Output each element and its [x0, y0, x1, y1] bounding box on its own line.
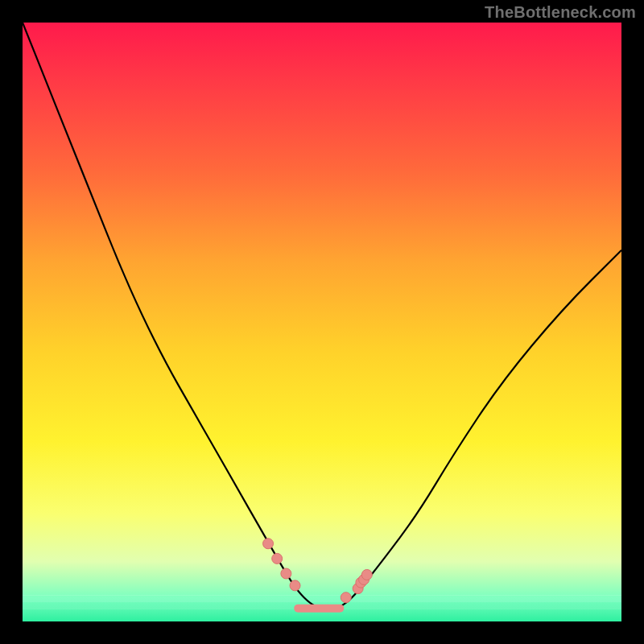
plot-area — [23, 23, 621, 621]
watermark-text: TheBottleneck.com — [485, 3, 636, 22]
bottleneck-curve — [23, 23, 621, 621]
chart-frame: TheBottleneck.com — [0, 0, 644, 644]
